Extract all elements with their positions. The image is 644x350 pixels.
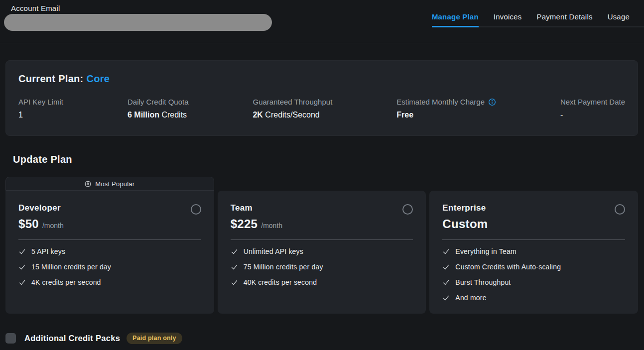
billing-tabs: Manage Plan Invoices Payment Details Usa… xyxy=(432,12,644,27)
plans-row: Most Popular Developer $50 /month 5 API … xyxy=(5,177,638,314)
current-plan-name: Core xyxy=(86,73,110,84)
check-icon xyxy=(231,263,238,271)
stat-daily-credit-quota: Daily Credit Quota 6 Million Credits xyxy=(128,98,189,119)
plan-features-enterprise: Everything in Team Custom Credits with A… xyxy=(442,247,625,302)
paid-plan-only-badge: Paid plan only xyxy=(127,333,182,344)
plan-price-team: $225 xyxy=(231,217,258,231)
plan-card-developer: Most Popular Developer $50 /month 5 API … xyxy=(5,177,214,314)
most-popular-badge: Most Popular xyxy=(5,177,214,191)
radio-developer[interactable] xyxy=(191,204,201,215)
plan-card-enterprise: Enterprise Custom Everything in Team Cus… xyxy=(429,177,638,314)
stat-estimated-monthly-charge: Estimated Monthly Charge Free xyxy=(396,98,496,119)
current-plan-stats: API Key Limit 1 Daily Credit Quota 6 Mil… xyxy=(18,98,625,119)
most-popular-label: Most Popular xyxy=(95,180,134,188)
feature-item: Unlimited API keys xyxy=(231,247,413,255)
check-icon xyxy=(18,279,26,286)
plan-select-team[interactable]: Team $225 /month Unlimited API keys 75 M… xyxy=(218,191,426,314)
card-divider xyxy=(231,239,413,240)
feature-item: 5 API keys xyxy=(18,247,201,255)
plan-price-developer: $50 xyxy=(18,217,39,231)
flame-icon xyxy=(85,181,91,187)
check-icon xyxy=(442,279,450,286)
plan-name-team: Team xyxy=(231,203,253,213)
additional-credit-packs-row: Additional Credit Packs Paid plan only xyxy=(5,333,644,344)
check-icon xyxy=(442,248,450,255)
feature-item: Custom Credits with Auto-scaling xyxy=(442,263,625,271)
account-email-input[interactable] xyxy=(4,14,272,31)
update-plan-heading: Update Plan xyxy=(13,154,644,165)
tab-invoices[interactable]: Invoices xyxy=(494,12,522,27)
plan-name-developer: Developer xyxy=(18,203,61,213)
check-icon xyxy=(231,248,238,255)
plan-features-developer: 5 API keys 15 Million credits per day 4K… xyxy=(18,247,201,286)
plan-period-developer: /month xyxy=(42,222,64,230)
plan-select-enterprise[interactable]: Enterprise Custom Everything in Team Cus… xyxy=(429,191,638,314)
credit-packs-checkbox[interactable] xyxy=(5,333,16,344)
check-icon xyxy=(18,263,26,271)
feature-item: 15 Million credits per day xyxy=(18,263,201,271)
plan-name-enterprise: Enterprise xyxy=(442,203,486,213)
plan-card-team: Team $225 /month Unlimited API keys 75 M… xyxy=(218,177,426,314)
current-plan-card: Current Plan: Core API Key Limit 1 Daily… xyxy=(5,60,638,136)
stat-guaranteed-throughput: Guaranteed Throughput 2K Credits/Second xyxy=(253,98,332,119)
info-icon[interactable] xyxy=(488,98,496,106)
check-icon xyxy=(231,279,238,286)
tab-manage-plan[interactable]: Manage Plan xyxy=(432,12,479,27)
check-icon xyxy=(442,294,450,302)
plan-select-developer[interactable]: Developer $50 /month 5 API keys 15 Milli… xyxy=(5,191,214,314)
feature-item: 75 Million credits per day xyxy=(231,263,413,271)
check-icon xyxy=(18,248,26,255)
current-plan-title: Current Plan: Core xyxy=(18,73,625,85)
tab-usage[interactable]: Usage xyxy=(608,12,630,27)
card-divider xyxy=(18,239,201,240)
card-divider xyxy=(442,239,625,240)
feature-item: 40K credits per second xyxy=(231,278,413,286)
account-email-block: Account Email xyxy=(4,4,272,31)
feature-item: 4K credits per second xyxy=(18,278,201,286)
tab-payment-details[interactable]: Payment Details xyxy=(536,12,592,27)
account-email-label: Account Email xyxy=(11,4,272,12)
stat-next-payment-date: Next Payment Date - xyxy=(560,98,625,119)
feature-item: Everything in Team xyxy=(442,247,625,255)
check-icon xyxy=(442,263,450,271)
radio-team[interactable] xyxy=(402,204,413,215)
stat-api-key-limit: API Key Limit 1 xyxy=(18,98,63,119)
plan-price-enterprise: Custom xyxy=(442,217,488,231)
current-plan-title-prefix: Current Plan: xyxy=(18,73,84,84)
feature-item: Burst Throughput xyxy=(442,278,625,286)
radio-enterprise[interactable] xyxy=(615,204,625,215)
plan-features-team: Unlimited API keys 75 Million credits pe… xyxy=(231,247,413,286)
plan-period-team: /month xyxy=(261,222,282,230)
header: Account Email Manage Plan Invoices Payme… xyxy=(0,0,644,43)
feature-item: And more xyxy=(442,294,625,302)
credit-packs-title: Additional Credit Packs xyxy=(24,334,120,343)
